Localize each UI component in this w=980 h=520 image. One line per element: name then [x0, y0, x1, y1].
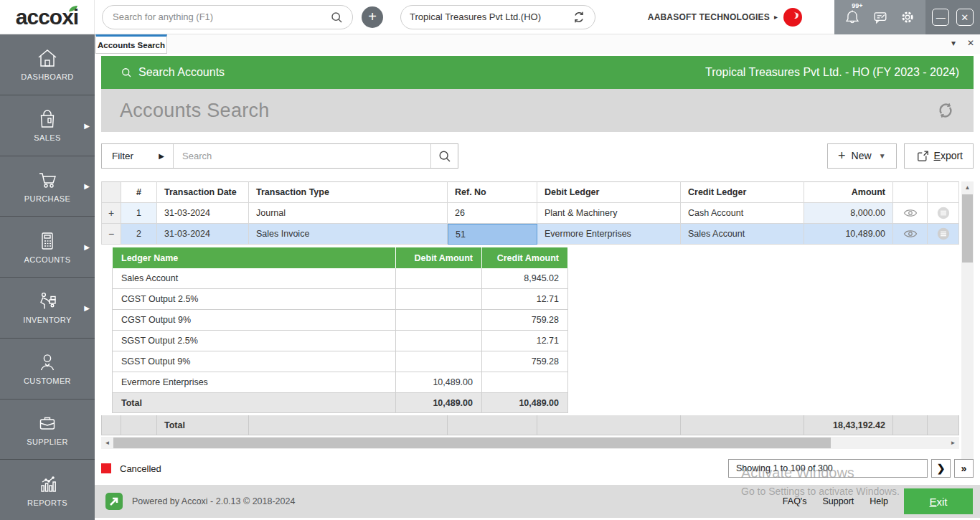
new-button[interactable]: + New ▼ — [827, 143, 896, 169]
shopping-bag-icon — [37, 108, 58, 130]
ledger-header-row: Ledger Name Debit Amount Credit Amount — [112, 247, 568, 268]
tab-strip: Accounts Search ▾ ✕ — [95, 34, 980, 54]
sidebar-label: SUPPLIER — [27, 438, 68, 446]
pagination-status: Showing 1 to 100 of 300 — [728, 459, 928, 478]
sidebar-label: SALES — [34, 133, 60, 142]
sidebar-label: CUSTOMER — [24, 377, 71, 385]
app-logo: accoxi — [0, 0, 95, 34]
sidebar-item-dashboard[interactable]: DASHBOARD — [0, 34, 95, 95]
col-header-amount[interactable]: Amount — [804, 181, 893, 203]
minimize-button[interactable]: — — [932, 9, 949, 26]
sidebar-item-accounts[interactable]: ACCOUNTS ▶ — [0, 217, 95, 278]
calculator-icon — [37, 230, 58, 252]
help-link[interactable]: Help — [870, 496, 888, 506]
next-page-button[interactable]: ❯ — [931, 459, 951, 478]
exit-button-label: Exit — [929, 496, 947, 508]
ledger-row: CGST Output 9% 759.28 — [112, 310, 568, 331]
col-header-date[interactable]: Transaction Date — [157, 181, 249, 203]
scroll-up-icon[interactable]: ▲ — [961, 181, 974, 194]
export-button-label: Export — [934, 150, 963, 161]
horizontal-scrollbar[interactable]: ◄ ► — [101, 437, 959, 449]
search-icon[interactable] — [329, 10, 344, 24]
collapse-row-icon[interactable]: − — [108, 229, 114, 239]
filter-group: Filter ▶ — [101, 143, 458, 169]
col-header-credit[interactable]: Credit Ledger — [681, 181, 804, 203]
search-icon — [120, 66, 133, 79]
chevron-right-icon: ▶ — [159, 152, 164, 160]
exit-button[interactable]: Exit — [904, 488, 973, 514]
module-banner: Search Accounts Tropical Treasures Pvt L… — [101, 56, 974, 89]
main-area: Accounts Search ▾ ✕ Search Accounts Trop… — [95, 34, 980, 520]
search-submit-button[interactable] — [430, 144, 458, 168]
briefcase-icon — [37, 412, 58, 434]
avatar[interactable] — [782, 6, 804, 28]
view-eye-icon[interactable] — [903, 229, 918, 239]
support-link[interactable]: Support — [823, 496, 854, 506]
sidebar-item-inventory[interactable]: INVENTORY ▶ — [0, 278, 95, 339]
table-row[interactable]: + 1 31-03-2024 Journal 26 Plant & Machin… — [101, 203, 959, 224]
last-page-button[interactable]: » — [954, 459, 974, 478]
accoxi-mark-icon — [105, 492, 123, 511]
ledger-row: Sales Account 8,945.02 — [112, 268, 568, 289]
col-header-type[interactable]: Transaction Type — [249, 181, 448, 203]
sidebar-label: ACCOUNTS — [24, 255, 71, 264]
tab-accounts-search[interactable]: Accounts Search — [95, 34, 167, 54]
close-tab-icon[interactable]: ✕ — [967, 38, 974, 48]
table-search-input[interactable] — [174, 151, 430, 161]
row-menu-icon[interactable] — [937, 207, 950, 219]
scroll-right-icon[interactable]: ► — [947, 437, 959, 449]
table-row-selected[interactable]: − 2 31-03-2024 Sales Invoice 51 Evermore… — [101, 224, 959, 245]
ledger-total-row: Total 10,489.00 10,489.00 — [112, 393, 568, 413]
row-menu-icon[interactable] — [937, 227, 950, 240]
horizontal-scroll-thumb[interactable] — [113, 438, 831, 448]
sidebar-label: INVENTORY — [23, 316, 71, 324]
company-selector[interactable]: Tropical Treasures Pvt Ltd.(HO) — [400, 5, 595, 29]
ledger-row: SGST Output 9% 759.28 — [112, 351, 568, 372]
refresh-icon[interactable] — [935, 100, 956, 121]
sidebar-item-customer[interactable]: CUSTOMER — [0, 339, 95, 400]
col-header-debit[interactable]: Debit Ledger — [537, 181, 681, 203]
new-button-label: New — [852, 150, 872, 161]
bar-chart-icon — [37, 473, 58, 495]
home-icon — [36, 47, 59, 69]
tab-list-dropdown-icon[interactable]: ▾ — [951, 38, 956, 48]
quick-add-button[interactable]: + — [362, 6, 383, 28]
notification-tray: 99+ — [834, 0, 925, 34]
switch-company-icon[interactable] — [572, 10, 586, 24]
chevron-right-icon: ▶ — [84, 121, 90, 129]
cart-icon — [36, 169, 59, 191]
scroll-left-icon[interactable]: ◄ — [101, 437, 113, 449]
banner-title: Search Accounts — [138, 66, 225, 79]
vertical-scroll-thumb[interactable] — [962, 194, 973, 263]
col-header-num[interactable]: # — [121, 181, 157, 203]
filter-row: Filter ▶ + New ▼ — [101, 143, 974, 169]
sidebar-item-reports[interactable]: REPORTS — [0, 460, 95, 520]
expand-row-icon[interactable]: + — [108, 208, 114, 218]
legend-pagination-row: Cancelled Showing 1 to 100 of 300 ❯ » — [101, 458, 974, 479]
export-button[interactable]: Export — [904, 143, 974, 169]
vertical-scrollbar[interactable]: ▲ ▼ — [961, 181, 974, 471]
grand-total-row: Total 18,43,192.42 — [101, 415, 959, 435]
ledger-row: Evermore Enterprises 10,489.00 — [112, 372, 568, 393]
filter-label: Filter — [112, 151, 133, 161]
col-header-ref[interactable]: Ref. No — [448, 181, 537, 203]
chevron-right-icon: ▶ — [84, 243, 90, 251]
notifications-button[interactable]: 99+ — [843, 7, 862, 27]
chevron-right-icon: ▶ — [84, 182, 90, 190]
sidebar-item-sales[interactable]: SALES ▶ — [0, 95, 95, 156]
ledger-detail-table: Ledger Name Debit Amount Credit Amount S… — [112, 247, 568, 413]
global-search-input[interactable] — [111, 11, 329, 23]
settings-gear-icon[interactable] — [898, 8, 917, 27]
filter-dropdown[interactable]: Filter ▶ — [102, 144, 174, 168]
sidebar-item-purchase[interactable]: PURCHASE ▶ — [0, 156, 95, 217]
user-menu[interactable]: AABASOFT TECHNOLOGIES ▸ — [648, 6, 804, 28]
user-name: AABASOFT TECHNOLOGIES — [648, 12, 770, 22]
leaf-icon — [68, 5, 78, 12]
cancelled-legend-swatch — [101, 463, 111, 473]
view-eye-icon[interactable] — [903, 208, 918, 218]
close-window-button[interactable]: ✕ — [956, 9, 974, 26]
ledger-row: CGST Output 2.5% 12.71 — [112, 289, 568, 310]
faqs-link[interactable]: FAQ's — [783, 496, 807, 506]
sidebar-item-supplier[interactable]: SUPPLIER — [0, 400, 95, 460]
messages-button[interactable] — [871, 8, 890, 27]
